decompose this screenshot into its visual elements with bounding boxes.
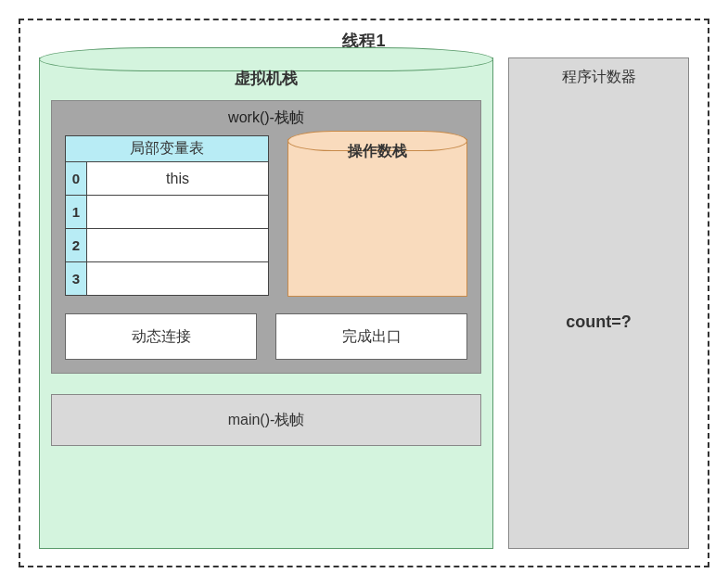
lvt-index: 0: [65, 162, 87, 196]
local-variable-table: 局部变量表 0 this 1 2: [65, 135, 269, 296]
return-exit-box: 完成出口: [275, 313, 467, 360]
lvt-title: 局部变量表: [65, 135, 269, 162]
lvt-index: 3: [65, 262, 87, 296]
dynamic-link-box: 动态连接: [65, 313, 257, 360]
lvt-row: 1: [65, 196, 269, 229]
main-stack-frame: main()-栈帧: [51, 394, 481, 446]
lvt-cell: [87, 229, 269, 262]
lvt-row: 2: [65, 229, 269, 262]
operand-stack: 操作数栈: [287, 139, 467, 297]
thread-container: 线程1 虚拟机栈 work()-栈帧 局部变量表 0 this 1: [19, 19, 709, 567]
columns: 虚拟机栈 work()-栈帧 局部变量表 0 this 1: [39, 57, 689, 549]
lvt-index: 1: [65, 196, 87, 229]
lvt-row: 3: [65, 262, 269, 296]
program-counter-title: 程序计数器: [509, 58, 688, 96]
lvt-cell: [87, 196, 269, 229]
frame-bottom-row: 动态连接 完成出口: [65, 313, 467, 360]
lvt-cell: [87, 262, 269, 296]
work-frame-title: work()-栈帧: [65, 108, 467, 128]
program-counter: 程序计数器 count=?: [508, 57, 689, 549]
vm-stack: 虚拟机栈 work()-栈帧 局部变量表 0 this 1: [39, 57, 493, 549]
lvt-cell: this: [87, 162, 269, 196]
vm-stack-title: 虚拟机栈: [51, 68, 481, 89]
program-counter-value: count=?: [509, 96, 688, 548]
operand-stack-title: 操作数栈: [288, 142, 466, 161]
work-stack-frame: work()-栈帧 局部变量表 0 this 1 2: [51, 100, 481, 374]
frame-top-row: 局部变量表 0 this 1 2: [65, 135, 467, 297]
lvt-index: 2: [65, 229, 87, 262]
lvt-row: 0 this: [65, 162, 269, 196]
